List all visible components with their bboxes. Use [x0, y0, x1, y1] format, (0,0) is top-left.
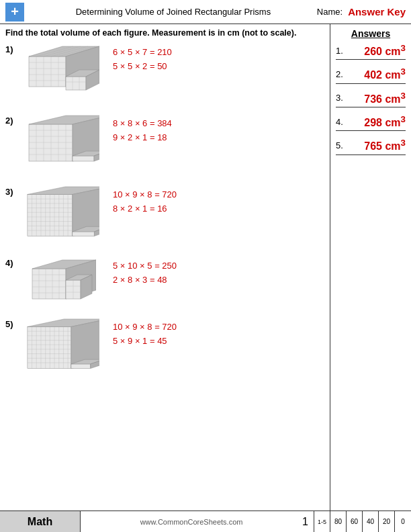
score-80: 80: [334, 518, 342, 525]
answer-item-1: 1. 260 cm3: [336, 43, 406, 60]
problem-5: 5): [5, 318, 324, 378]
problem-2: 2): [5, 114, 324, 175]
answer-item-5: 5. 765 cm3: [336, 138, 406, 154]
svg-rect-60: [32, 269, 66, 299]
svg-rect-0: [29, 56, 66, 87]
header: Determining Volume of Joined Rectangular…: [0, 0, 411, 24]
svg-rect-21: [29, 124, 73, 161]
svg-rect-57: [73, 232, 95, 236]
problem-number-2: 2): [5, 116, 19, 126]
answer-num-3: 3.: [336, 93, 343, 103]
answer-item-4: 4. 298 cm3: [336, 114, 406, 131]
figure-3: [19, 185, 106, 246]
problem-number-1: 1): [5, 44, 19, 54]
svg-rect-15: [66, 77, 86, 90]
eq-3-line1: 10 × 9 × 8 = 720: [113, 188, 324, 202]
footer: Math www.CommonCoreSheets.com 1 1-5 80 6…: [0, 511, 411, 532]
svg-rect-34: [73, 156, 94, 161]
score-cell-0: 0: [395, 511, 411, 532]
score-40: 40: [367, 518, 374, 525]
footer-page-number: 1: [302, 516, 308, 528]
score-header-cell: 1-5: [314, 511, 330, 532]
equations-5: 10 × 9 × 8 = 720 5 × 9 × 1 = 45: [106, 320, 324, 349]
answer-item-3: 3. 736 cm3: [336, 91, 406, 107]
problem-1: 1): [5, 43, 324, 103]
equations-1: 6 × 5 × 7 = 210 5 × 5 × 2 = 50: [106, 46, 324, 74]
problem-number-5: 5): [5, 319, 19, 329]
page-title: Determining Volume of Joined Rectangular…: [30, 7, 317, 17]
figure-2-svg: [26, 114, 99, 175]
eq-3-line2: 8 × 2 × 1 = 16: [113, 202, 324, 216]
problems-area: Find the total volume of each figure. Me…: [0, 24, 330, 511]
figure-4-svg: [29, 257, 96, 307]
score-60: 60: [351, 518, 358, 525]
figure-5: [19, 318, 106, 378]
problem-4: 4): [5, 257, 324, 307]
score-cell-40: 40: [363, 511, 379, 532]
eq-4-line1: 5 × 10 × 5 = 250: [113, 259, 324, 273]
answer-val-2: 402 cm3: [346, 66, 406, 81]
answer-val-1: 260 cm3: [346, 43, 406, 58]
equations-3: 10 × 9 × 8 = 720 8 × 2 × 1 = 16: [106, 188, 324, 216]
figure-3-svg: [26, 185, 99, 246]
eq-2-line2: 9 × 2 × 1 = 18: [113, 131, 324, 145]
problem-number-3: 3): [5, 187, 19, 197]
equations-4: 5 × 10 × 5 = 250 2 × 8 × 3 = 48: [106, 259, 324, 287]
answer-key-label: Answer Key: [348, 6, 406, 17]
footer-math-label: Math: [0, 511, 81, 532]
answer-num-5: 5.: [336, 140, 343, 150]
logo-icon: [5, 3, 24, 21]
figure-5-svg: [26, 318, 99, 378]
instructions-text: Find the total volume of each figure. Me…: [5, 28, 324, 38]
eq-5-line2: 5 × 9 × 1 = 45: [113, 335, 324, 349]
score-cell-80: 80: [330, 511, 347, 532]
answer-val-4: 298 cm3: [346, 114, 406, 129]
score-cell-20: 20: [379, 511, 395, 532]
score-0: 0: [401, 518, 405, 525]
main-content: Find the total volume of each figure. Me…: [0, 24, 411, 511]
figure-2: [19, 114, 106, 175]
eq-5-line1: 10 × 9 × 8 = 720: [113, 320, 324, 335]
answer-val-5: 765 cm3: [346, 138, 406, 152]
eq-2-line1: 8 × 8 × 6 = 384: [113, 117, 324, 131]
eq-1-line1: 6 × 5 × 7 = 210: [113, 46, 324, 60]
answer-key-title: Answers: [336, 28, 406, 39]
score-20: 20: [383, 518, 390, 525]
problem-number-4: 4): [5, 258, 19, 268]
svg-rect-97: [71, 364, 91, 369]
score-cell-60: 60: [347, 511, 363, 532]
name-label: Name:: [317, 7, 342, 17]
answer-item-2: 2. 402 cm3: [336, 66, 406, 83]
page: Determining Volume of Joined Rectangular…: [0, 0, 411, 532]
answer-num-1: 1.: [336, 46, 343, 56]
footer-score: 1-5 80 60 40 20 0: [314, 511, 411, 532]
figure-1-svg: [26, 43, 99, 103]
title-text: Determining Volume of Joined Rectangular…: [76, 7, 271, 17]
eq-4-line2: 2 × 8 × 3 = 48: [113, 273, 324, 287]
score-range: 1-5: [318, 519, 326, 525]
answer-val-3: 736 cm3: [346, 91, 406, 105]
equations-2: 8 × 8 × 6 = 384 9 × 2 × 1 = 18: [106, 117, 324, 145]
svg-rect-77: [28, 326, 71, 368]
answer-key-sidebar: Answers 1. 260 cm3 2. 402 cm3 3. 736 cm3…: [330, 24, 411, 511]
answer-num-2: 2.: [336, 69, 343, 79]
eq-1-line2: 5 × 5 × 2 = 50: [113, 60, 324, 74]
answer-num-4: 4.: [336, 117, 343, 127]
figure-1: [19, 43, 106, 103]
problem-3: 3): [5, 185, 324, 246]
footer-url: www.CommonCoreSheets.com: [81, 518, 302, 526]
figure-4: [19, 257, 106, 307]
